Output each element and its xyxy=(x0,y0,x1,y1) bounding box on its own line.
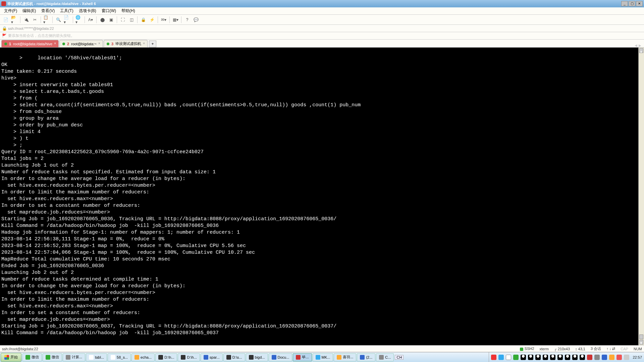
tab-close-icon[interactable]: × xyxy=(53,42,57,46)
tray-icon[interactable] xyxy=(587,355,592,360)
tray-penguin-icon[interactable] xyxy=(535,355,541,360)
taskbar-item[interactable]: 喜羽... xyxy=(334,353,356,361)
taskbar-item[interactable]: 微信 xyxy=(43,353,62,361)
menu-help[interactable]: 帮助(H) xyxy=(119,7,137,14)
tray-penguin-icon[interactable] xyxy=(550,355,555,360)
taskbar-item-icon xyxy=(89,355,94,360)
tray-penguin-icon[interactable] xyxy=(565,355,570,360)
add-tab-button[interactable]: + xyxy=(149,41,156,47)
taskbar-item[interactable]: 毕... xyxy=(293,353,312,361)
tray-icon[interactable] xyxy=(602,355,607,360)
disconnect-button[interactable]: ✂ xyxy=(31,16,39,23)
taskbar-item[interactable]: D:\h... xyxy=(155,353,177,361)
start-button[interactable]: 开始 xyxy=(1,353,21,362)
close-button[interactable]: ✕ xyxy=(636,1,643,6)
menu-file[interactable]: 文件(F) xyxy=(2,7,19,14)
taskbar-item-icon xyxy=(111,355,115,360)
taskbar-item-icon xyxy=(181,355,185,360)
keys-button[interactable]: ⚡ xyxy=(148,16,156,23)
status-pos: ↕ 43,1 xyxy=(575,347,585,351)
tray-penguin-icon[interactable] xyxy=(572,355,578,360)
tray-icon[interactable] xyxy=(498,355,504,360)
tab-prev-icon[interactable]: ◀ xyxy=(635,44,637,47)
taskbar-item-icon xyxy=(337,355,341,360)
tray-icon[interactable] xyxy=(594,355,600,360)
layout-button[interactable]: ▦▾ xyxy=(172,16,179,23)
taskbar-item[interactable]: D:\h... xyxy=(178,353,200,361)
tray-volume-icon[interactable] xyxy=(624,355,629,360)
tray-penguin-icon[interactable] xyxy=(521,355,526,360)
taskbar-item[interactable]: bigd... xyxy=(246,353,268,361)
tray-icon[interactable] xyxy=(616,355,622,360)
tray-icon[interactable] xyxy=(513,355,519,360)
help-button[interactable]: ? xyxy=(183,16,191,23)
tab-label: root@bigdata:/data/hive xyxy=(13,42,52,46)
taskbar-item[interactable]: MK... xyxy=(313,353,333,361)
screenshot-button[interactable]: ▣ xyxy=(107,16,115,23)
status-caps: CAP xyxy=(621,347,628,351)
taskbar-item[interactable]: (2... xyxy=(357,353,375,361)
transparent-button[interactable]: ◫ xyxy=(128,16,135,23)
tray-penguin-icon[interactable] xyxy=(543,355,548,360)
lock-button[interactable]: 🔒 xyxy=(140,16,147,23)
menu-edit[interactable]: 编辑(E) xyxy=(20,7,38,14)
tab-close-icon[interactable]: × xyxy=(142,42,146,46)
status-proto: SSH2 xyxy=(520,347,534,351)
taskbar-item[interactable]: Docu... xyxy=(269,353,292,361)
taskbar-item[interactable]: 58_s... xyxy=(108,353,131,361)
taskbar-item[interactable]: C... xyxy=(376,353,394,361)
globe-button[interactable]: 🌐▾ xyxy=(75,16,83,23)
tray-penguin-icon[interactable] xyxy=(580,355,585,360)
status-size: ┌ 210x43 xyxy=(554,347,570,351)
taskbar-item-label: 喜羽... xyxy=(343,355,353,360)
hint-text: 要添加当前会话，点击左侧的箭头按钮。 xyxy=(8,33,74,38)
new-session-button[interactable]: 📄 xyxy=(2,16,9,23)
maximize-button[interactable]: ▢ xyxy=(629,1,635,6)
tab-session-2[interactable]: 2 root@bigdata:~ × xyxy=(59,40,103,47)
taskbar-item-icon xyxy=(226,355,231,360)
language-indicator[interactable]: CH xyxy=(395,355,404,360)
copy-button[interactable]: 📋▾ xyxy=(43,16,50,23)
about-button[interactable]: 💬 xyxy=(192,16,200,23)
find-button[interactable]: 🔍 xyxy=(55,16,62,23)
tray-icon[interactable] xyxy=(506,355,511,360)
menu-tabs[interactable]: 选项卡(B) xyxy=(77,7,98,14)
tab-session-3[interactable]: 3 毕设测试虚拟机 × xyxy=(104,40,148,47)
scrollbar-up-icon[interactable]: ▴ xyxy=(639,48,643,53)
taskbar-item[interactable]: echa... xyxy=(131,353,155,361)
highlight-button[interactable]: ⬤ xyxy=(99,16,106,23)
taskbar-item[interactable]: tabl... xyxy=(86,353,107,361)
open-button[interactable]: 📂▾ xyxy=(11,16,18,23)
font-button[interactable]: A▾ xyxy=(87,16,94,23)
menu-view[interactable]: 查看(V) xyxy=(39,7,57,14)
taskbar-item[interactable]: D:\s... xyxy=(223,353,245,361)
fullscreen-button[interactable]: ⛶ xyxy=(119,16,126,23)
taskbar-item-label: Docu... xyxy=(278,355,289,359)
status-sessions: 3 会话 xyxy=(591,346,601,351)
taskbar-item[interactable]: spar... xyxy=(201,353,223,361)
menu-window[interactable]: 窗口(W) xyxy=(100,7,118,14)
lock-icon: 🔒 xyxy=(2,26,7,31)
tray-penguin-icon[interactable] xyxy=(557,355,563,360)
tray-icon[interactable] xyxy=(491,355,496,360)
reconnect-button[interactable]: 🔌 xyxy=(22,16,30,23)
minimize-button[interactable]: _ xyxy=(621,1,628,6)
taskbar-item-label: D:\h... xyxy=(187,355,197,359)
tab-session-1[interactable]: 1 root@bigdata:/data/hive × xyxy=(1,40,59,47)
tray-penguin-icon[interactable] xyxy=(528,355,533,360)
app-icon xyxy=(1,1,6,6)
compose-button[interactable]: ✉▾ xyxy=(160,16,167,23)
tab-next-icon[interactable]: ▶ xyxy=(639,44,641,47)
taskbar-item[interactable]: 微信 xyxy=(22,353,42,361)
scrollbar-thumb[interactable] xyxy=(639,335,643,339)
scrollbar-down-icon[interactable]: ▾ xyxy=(639,340,643,345)
tray-clock[interactable]: 22:57 xyxy=(633,355,642,359)
tab-close-icon[interactable]: × xyxy=(97,42,101,46)
menu-tools[interactable]: 工具(T) xyxy=(58,7,75,14)
address-text[interactable]: ssh://root:******@bigdata:22 xyxy=(8,26,54,31)
tray-icon[interactable] xyxy=(609,355,614,360)
terminal-pane[interactable]: > location '/58hive/tables01'; OK Time t… xyxy=(0,48,644,345)
tab-label: 毕设测试虚拟机 xyxy=(115,41,141,46)
taskbar-item[interactable]: 计算... xyxy=(63,353,85,361)
paste-button[interactable]: 📄▾ xyxy=(63,16,71,23)
